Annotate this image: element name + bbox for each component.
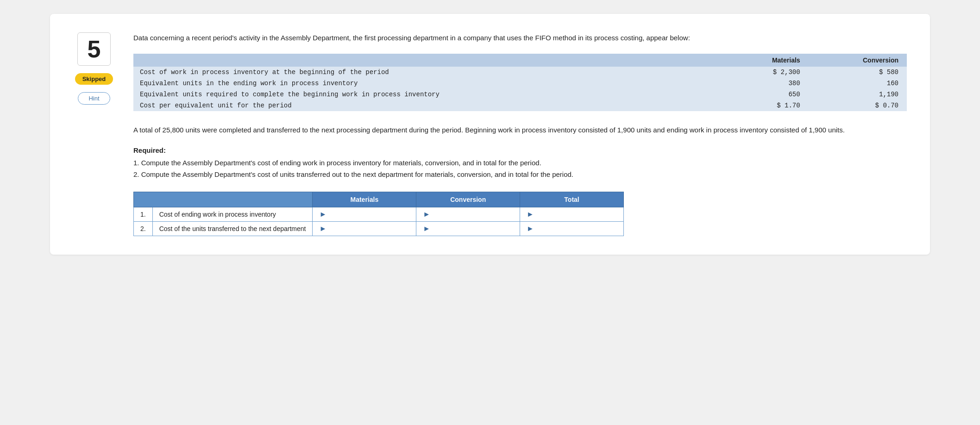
header-conversion: Conversion <box>809 54 907 67</box>
arrow-icon: ► <box>319 210 327 219</box>
row3-materials: 650 <box>724 89 809 100</box>
row4-label: Cost per equivalent unit for the period <box>133 100 724 111</box>
answer-table-wrapper: Materials Conversion Total 1. Cost of en… <box>133 192 907 236</box>
row4-materials: $ 1.70 <box>724 100 809 111</box>
data-table-wrapper: Materials Conversion Cost of work in pro… <box>133 54 907 111</box>
header-materials: Materials <box>724 54 809 67</box>
answer-header-materials: Materials <box>313 192 416 207</box>
answer-row1-conversion-cell[interactable]: ► <box>416 207 520 221</box>
answer-row1-total-cell[interactable]: ► <box>520 207 624 221</box>
row1-conversion: $ 580 <box>809 67 907 78</box>
answer-header-blank <box>134 192 313 207</box>
row2-conversion: 160 <box>809 78 907 89</box>
answer-row2-num: 2. <box>134 221 153 236</box>
question-number-box: 5 <box>77 32 111 66</box>
answer-row2-conversion-input[interactable] <box>432 225 513 232</box>
row1-materials: $ 2,300 <box>724 67 809 78</box>
table-row: Cost per equivalent unit for the period … <box>133 100 907 111</box>
required-section: Required: 1. Compute the Assembly Depart… <box>133 146 907 181</box>
intro-text: Data concerning a recent period's activi… <box>133 32 907 44</box>
arrow-icon: ► <box>319 225 327 233</box>
answer-row1-total-input[interactable] <box>536 211 617 218</box>
answer-row2-total-input[interactable] <box>536 225 617 232</box>
answer-table: Materials Conversion Total 1. Cost of en… <box>133 192 624 236</box>
table-row: Cost of work in process inventory at the… <box>133 67 907 78</box>
table-row: Equivalent units in the ending work in p… <box>133 78 907 89</box>
answer-row1-materials-cell[interactable]: ► <box>313 207 416 221</box>
skipped-badge: Skipped <box>75 73 113 85</box>
arrow-icon: ► <box>527 210 534 219</box>
header-label-col <box>133 54 724 67</box>
arrow-icon: ► <box>423 225 430 233</box>
left-column: 5 Skipped Hint <box>73 32 115 105</box>
table-row: Equivalent units required to complete th… <box>133 89 907 100</box>
answer-row1-materials-input[interactable] <box>328 211 409 218</box>
row2-label: Equivalent units in the ending work in p… <box>133 78 724 89</box>
row3-label: Equivalent units required to complete th… <box>133 89 724 100</box>
answer-row2-label: Cost of the units transferred to the nex… <box>152 221 313 236</box>
required-item-1: 1. Compute the Assembly Department's cos… <box>133 157 907 169</box>
main-layout: 5 Skipped Hint Data concerning a recent … <box>73 32 907 236</box>
row1-label: Cost of work in process inventory at the… <box>133 67 724 78</box>
answer-header-total: Total <box>520 192 624 207</box>
page-container: 5 Skipped Hint Data concerning a recent … <box>50 14 930 255</box>
arrow-icon: ► <box>527 225 534 233</box>
answer-row2-total-cell[interactable]: ► <box>520 221 624 236</box>
answer-row2-materials-input[interactable] <box>328 225 409 232</box>
answer-row1-num: 1. <box>134 207 153 221</box>
row2-materials: 380 <box>724 78 809 89</box>
hint-button[interactable]: Hint <box>78 92 110 105</box>
right-column: Data concerning a recent period's activi… <box>133 32 907 236</box>
description-text: A total of 25,800 units were completed a… <box>133 124 907 136</box>
row3-conversion: 1,190 <box>809 89 907 100</box>
answer-row2-conversion-cell[interactable]: ► <box>416 221 520 236</box>
answer-row2-materials-cell[interactable]: ► <box>313 221 416 236</box>
answer-row-2: 2. Cost of the units transferred to the … <box>134 221 624 236</box>
required-title: Required: <box>133 146 907 154</box>
data-table: Materials Conversion Cost of work in pro… <box>133 54 907 111</box>
answer-row1-conversion-input[interactable] <box>432 211 513 218</box>
answer-row1-label: Cost of ending work in process inventory <box>152 207 313 221</box>
question-number: 5 <box>88 35 101 63</box>
answer-row-1: 1. Cost of ending work in process invent… <box>134 207 624 221</box>
row4-conversion: $ 0.70 <box>809 100 907 111</box>
answer-header-conversion: Conversion <box>416 192 520 207</box>
arrow-icon: ► <box>423 210 430 219</box>
required-item-2: 2. Compute the Assembly Department's cos… <box>133 169 907 181</box>
